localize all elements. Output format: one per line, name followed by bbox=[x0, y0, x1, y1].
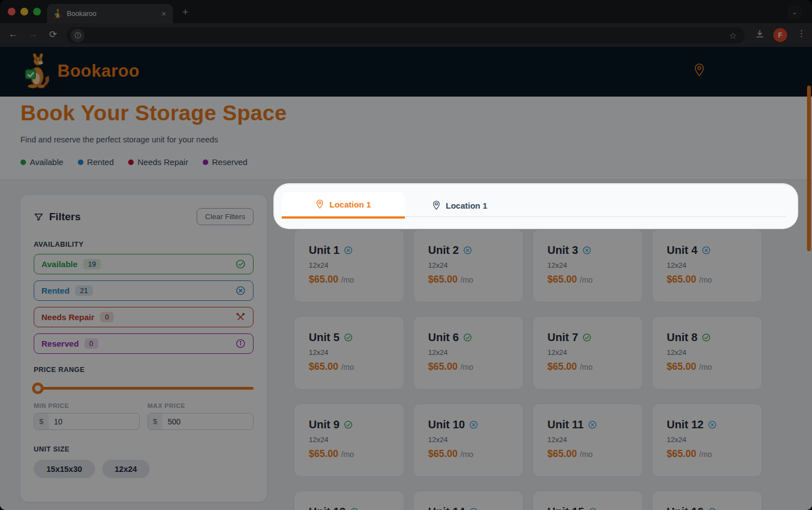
unit-size: 12x24 bbox=[428, 435, 509, 444]
rented-x-icon bbox=[469, 420, 478, 429]
unit-price: $65.00 bbox=[428, 448, 458, 460]
size-pill-15x15x30[interactable]: 15x15x30 bbox=[34, 460, 95, 478]
unit-card[interactable]: Unit 2 12x24 $65.00 /mo bbox=[413, 229, 524, 302]
unit-price: $65.00 bbox=[428, 274, 458, 285]
available-check-icon bbox=[463, 333, 472, 342]
new-tab-button[interactable]: + bbox=[182, 6, 188, 18]
unit-card[interactable]: Unit 15 12x24 $65.00 /mo bbox=[532, 491, 643, 510]
unit-card[interactable]: Unit 3 12x24 $65.00 /mo bbox=[532, 229, 643, 302]
address-bar[interactable]: ☆ bbox=[66, 27, 745, 44]
unit-size: 12x24 bbox=[309, 435, 389, 444]
close-tab-icon[interactable]: × bbox=[161, 9, 166, 18]
unit-price-period: /mo bbox=[580, 275, 593, 284]
unit-card[interactable]: Unit 16 12x24 $65.00 /mo bbox=[652, 491, 762, 510]
unit-price: $65.00 bbox=[309, 274, 339, 285]
legend-label: Reserved bbox=[212, 157, 247, 167]
tab-search-chevron-icon[interactable]: ⌄ bbox=[787, 4, 802, 19]
rented-x-icon bbox=[588, 507, 598, 510]
legend-item-available: Available bbox=[20, 157, 64, 167]
unit-size: 12x24 bbox=[309, 348, 389, 357]
size-pill-12x24[interactable]: 12x24 bbox=[102, 460, 150, 478]
header-location-pin-icon[interactable] bbox=[693, 63, 705, 77]
brand-name: Bookaroo bbox=[57, 61, 140, 81]
max-price-group: MAX PRICE $ bbox=[147, 402, 254, 430]
tab-location-1-inactive[interactable]: Location 1 bbox=[413, 192, 507, 219]
site-info-icon[interactable] bbox=[71, 29, 85, 42]
back-button[interactable]: ← bbox=[7, 29, 20, 40]
count-badge: 19 bbox=[83, 259, 101, 269]
filter-option-reserved[interactable]: Reserved 0 bbox=[34, 333, 254, 354]
unit-card[interactable]: Unit 9 12x24 $65.00 /mo bbox=[294, 403, 404, 477]
unit-name: Unit 11 bbox=[547, 418, 584, 431]
crossed-tools-icon bbox=[235, 312, 246, 322]
legend-label: Available bbox=[30, 157, 64, 167]
unit-price: $65.00 bbox=[428, 361, 458, 373]
close-window-button[interactable] bbox=[8, 8, 15, 15]
info-circle-icon bbox=[235, 338, 246, 349]
min-price-input[interactable] bbox=[49, 417, 140, 426]
unit-price: $65.00 bbox=[309, 448, 339, 460]
unit-name: Unit 14 bbox=[428, 506, 465, 510]
maximize-window-button[interactable] bbox=[33, 8, 41, 15]
unit-price: $65.00 bbox=[547, 361, 577, 373]
filter-option-needs-repair[interactable]: Needs Repair 0 bbox=[34, 307, 254, 327]
unit-name: Unit 9 bbox=[309, 418, 340, 431]
tab-location-1-active[interactable]: Location 1 bbox=[282, 192, 405, 219]
clear-filters-button[interactable]: Clear Filters bbox=[197, 208, 254, 225]
filter-option-label: Rented bbox=[41, 286, 70, 295]
needs-repair-dot-icon bbox=[128, 160, 134, 165]
dollar-prefix: $ bbox=[34, 413, 49, 429]
browser-menu-button[interactable]: ⋮ bbox=[797, 28, 806, 39]
legend-label: Rented bbox=[87, 157, 114, 167]
price-range-slider[interactable] bbox=[34, 382, 254, 394]
rented-x-icon bbox=[588, 420, 597, 429]
max-price-input[interactable] bbox=[162, 417, 254, 426]
legend-item-needs-repair: Needs Repair bbox=[128, 157, 188, 167]
bookmark-star-icon[interactable]: ☆ bbox=[729, 30, 737, 41]
unit-card[interactable]: Unit 4 12x24 $65.00 /mo bbox=[652, 229, 762, 302]
rented-x-icon bbox=[708, 507, 717, 510]
filter-option-available[interactable]: Available 19 bbox=[34, 254, 254, 274]
unit-card[interactable]: Unit 13 12x24 $65.00 /mo bbox=[294, 491, 404, 510]
availability-label: AVAILABILITY bbox=[34, 241, 254, 248]
unit-name: Unit 10 bbox=[428, 418, 465, 431]
min-price-field: $ bbox=[34, 413, 140, 430]
rented-x-icon bbox=[469, 507, 478, 510]
unit-name: Unit 1 bbox=[309, 244, 340, 257]
unit-size: 12x24 bbox=[667, 261, 747, 269]
unit-card[interactable]: Unit 7 12x24 $65.00 /mo bbox=[532, 316, 643, 390]
unit-price: $65.00 bbox=[667, 274, 697, 285]
unit-name: Unit 4 bbox=[667, 244, 698, 257]
unit-card[interactable]: Unit 5 12x24 $65.00 /mo bbox=[294, 316, 404, 390]
unit-size: 12x24 bbox=[428, 261, 509, 269]
unit-card[interactable]: Unit 6 12x24 $65.00 /mo bbox=[413, 316, 524, 390]
favicon-kangaroo-icon bbox=[54, 9, 62, 18]
unit-card[interactable]: Unit 11 12x24 $65.00 /mo bbox=[532, 403, 643, 477]
filter-option-label: Needs Repair bbox=[41, 312, 94, 322]
slider-handle[interactable] bbox=[32, 382, 44, 394]
available-check-icon bbox=[344, 420, 353, 429]
unit-card[interactable]: Unit 1 12x24 $65.00 /mo bbox=[294, 229, 404, 302]
forward-button[interactable]: → bbox=[27, 29, 40, 40]
rented-x-icon bbox=[702, 246, 711, 255]
rented-x-icon bbox=[582, 246, 592, 255]
unit-card[interactable]: Unit 8 12x24 $65.00 /mo bbox=[652, 316, 762, 390]
unit-price-period: /mo bbox=[699, 275, 712, 284]
available-check-icon bbox=[582, 333, 592, 342]
unit-price-period: /mo bbox=[699, 363, 712, 371]
unit-price-period: /mo bbox=[341, 363, 354, 371]
filters-panel: Filters Clear Filters AVAILABILITY Avail… bbox=[20, 194, 267, 502]
profile-avatar[interactable]: F bbox=[773, 28, 787, 42]
minimize-window-button[interactable] bbox=[20, 8, 28, 15]
unit-card[interactable]: Unit 10 12x24 $65.00 /mo bbox=[413, 403, 524, 477]
filter-option-rented[interactable]: Rented 21 bbox=[34, 280, 254, 301]
unit-card[interactable]: Unit 14 12x24 $65.00 /mo bbox=[413, 491, 524, 510]
slider-track[interactable] bbox=[34, 387, 254, 390]
downloads-button[interactable] bbox=[755, 29, 765, 39]
unit-card[interactable]: Unit 12 12x24 $65.00 /mo bbox=[652, 403, 762, 477]
reload-button[interactable]: ⟳ bbox=[46, 29, 60, 40]
browser-tab[interactable]: Bookaroo × bbox=[47, 4, 173, 23]
page-scrollbar-thumb[interactable] bbox=[807, 86, 811, 251]
unit-size: 12x24 bbox=[547, 435, 628, 444]
tab-label: Location 1 bbox=[446, 201, 487, 210]
